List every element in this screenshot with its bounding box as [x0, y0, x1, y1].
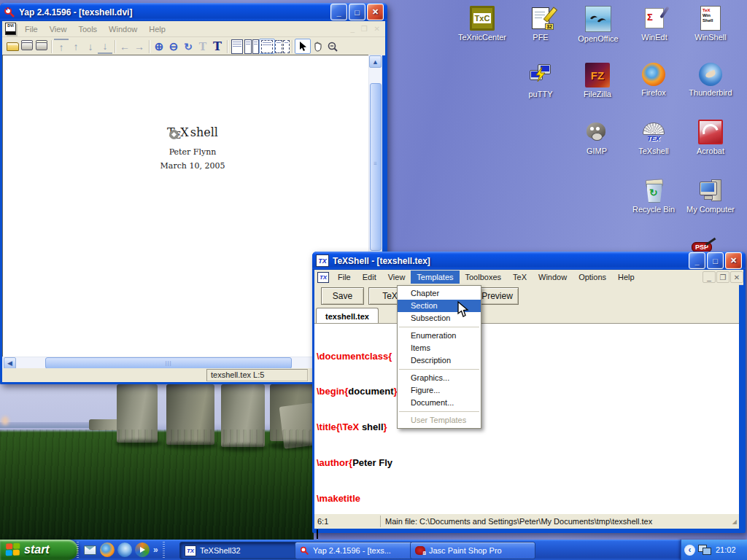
thunderbird-icon[interactable] [117, 542, 132, 557]
preview-button[interactable]: Preview [476, 287, 519, 305]
open-icon[interactable] [5, 39, 20, 53]
desktop-icon-texshell[interactable]: TEX TeXshell [626, 120, 681, 155]
mdi-close-button[interactable]: ✕ [730, 271, 743, 283]
refresh-icon[interactable]: ↻ [181, 39, 196, 53]
desktop-icon-openoffice[interactable]: OpenOffice [570, 6, 626, 43]
yap-menu-file[interactable]: File [19, 23, 44, 36]
desktop-icon-thunderbird[interactable]: Thunderbird [683, 63, 738, 97]
yap-maximize-button[interactable]: □ [349, 4, 365, 20]
menu-edit[interactable]: Edit [357, 271, 382, 284]
toolbar-grip[interactable] [163, 542, 165, 558]
clock[interactable]: 21:02 [716, 545, 736, 554]
toolbar-grip[interactable] [77, 542, 79, 558]
mdi-minimize-button[interactable]: _ [703, 271, 716, 283]
yap-menu-view[interactable]: View [44, 23, 73, 36]
desktop-icon-pfe[interactable]: 32 PFE [513, 6, 568, 42]
first-page-icon[interactable]: ↑ [54, 39, 69, 54]
menu-item-graphics[interactable]: Graphics... [398, 372, 481, 384]
menu-file[interactable]: File [332, 271, 357, 284]
menu-item-document[interactable]: Document... [398, 397, 481, 409]
next-page-icon[interactable]: ↓ [83, 39, 98, 53]
menu-item-items[interactable]: Items [398, 342, 481, 354]
back-icon[interactable]: ← [117, 39, 132, 53]
dvi-document-icon: DVI [5, 23, 16, 35]
taskbar-task-yap[interactable]: Yap 2.4.1596 - [texs... [295, 542, 416, 559]
desktop-icon-winedt[interactable]: Σ WinEdt [627, 6, 682, 42]
desktop-icon-psp-partial[interactable]: PSP [692, 239, 712, 252]
zoom-out-icon[interactable]: ⊖ [166, 39, 181, 53]
desktop-icon-firefox[interactable]: Firefox [626, 63, 681, 97]
forward-icon[interactable]: → [132, 39, 147, 53]
menu-tex[interactable]: TeX [507, 271, 533, 284]
yap-status-file: texshell.tex L:5 [206, 369, 308, 381]
menu-item-figure[interactable]: Figure... [398, 384, 481, 397]
menu-options[interactable]: Options [573, 271, 612, 284]
texshell-mdi-system-icon[interactable]: TX [317, 272, 329, 283]
desktop-icon-my-computer[interactable]: My Computer [683, 178, 738, 214]
hscroll-thumb[interactable]: ||| [45, 357, 292, 369]
desktop-icon-gimp[interactable]: GIMP [569, 120, 624, 155]
last-page-icon[interactable]: ↓ [98, 39, 112, 54]
yap-menu-tools[interactable]: Tools [72, 23, 103, 36]
single-page-view-icon[interactable] [230, 39, 244, 53]
texshell-titlebar[interactable]: TX TeXShell - [texshell.tex] _ □ ✕ [312, 252, 746, 270]
menu-help[interactable]: Help [612, 271, 640, 284]
menu-item-enumeration[interactable]: Enumeration [398, 330, 481, 342]
taskbar-task-paintshoppro[interactable]: 8 Jasc Paint Shop Pro [410, 542, 535, 559]
text-tool-icon[interactable]: T [210, 39, 225, 53]
acrobat-icon [698, 120, 723, 144]
firefox-icon[interactable] [100, 542, 115, 557]
media-player-icon[interactable] [135, 542, 150, 557]
texshell-minimize-button[interactable]: _ [689, 252, 705, 269]
yap-task-icon [300, 546, 309, 556]
network-status-icon[interactable] [698, 544, 711, 556]
save-button[interactable]: Save [321, 287, 364, 305]
desktop-icon-texniccenter[interactable]: TxC TeXnicCenter [454, 6, 510, 42]
vscroll-thumb[interactable]: ≡ [370, 83, 382, 251]
continuous-facing-view-icon[interactable] [275, 39, 290, 53]
desktop-icon-winshell[interactable]: TeXWinShell WinShell [683, 6, 738, 42]
menu-templates[interactable]: Templates [411, 271, 459, 284]
quick-launch-overflow-chevron[interactable]: » [153, 545, 158, 555]
desktop-icon-recycle-bin[interactable]: ↻ Recycle Bin [626, 178, 681, 214]
print-setup-icon[interactable] [34, 39, 49, 53]
desktop-icon-acrobat[interactable]: Acrobat [683, 120, 738, 155]
ruler-tool-icon[interactable]: T [196, 39, 210, 53]
editor-area[interactable]: \documentclass{ \begin{document} \title{… [314, 323, 739, 514]
desktop-icon-putty[interactable]: puTTY [513, 63, 568, 98]
texshell-close-button[interactable]: ✕ [725, 252, 742, 269]
select-tool-icon[interactable] [295, 39, 311, 54]
mdi-restore-button[interactable]: ❐ [716, 271, 729, 283]
menu-view[interactable]: View [382, 271, 411, 284]
hand-tool-icon[interactable] [311, 39, 325, 53]
magnifier-tool-icon[interactable] [325, 39, 340, 53]
menu-toolboxes[interactable]: Toolboxes [460, 271, 508, 284]
scroll-left-arrow[interactable]: ◀ [4, 357, 16, 369]
yap-toolbar: ↑ ↑ ↓ ↓ ← → ⊕ ⊖ ↻ T T [2, 37, 385, 55]
taskbar-task-texshell32[interactable]: TX TeXShell32 [179, 542, 301, 559]
yap-titlebar[interactable]: Yap 2.4.1596 - [texshell.dvi] _ □ ✕ [0, 3, 387, 21]
prev-page-icon[interactable]: ↑ [69, 39, 83, 53]
menu-item-chapter[interactable]: Chapter [398, 287, 481, 300]
putty-icon [528, 63, 553, 88]
resize-grip[interactable]: ◢ [732, 518, 738, 525]
menu-window[interactable]: Window [533, 271, 573, 284]
text-caret [317, 529, 318, 539]
outlook-express-icon[interactable] [82, 542, 97, 557]
menu-item-description[interactable]: Description [398, 354, 481, 367]
yap-menu-help[interactable]: Help [143, 23, 171, 36]
facing-pages-view-icon[interactable] [244, 39, 259, 53]
zoom-in-icon[interactable]: ⊕ [152, 39, 166, 53]
yap-menu-window[interactable]: Window [103, 23, 143, 36]
print-icon[interactable] [20, 39, 34, 53]
yap-close-button[interactable]: ✕ [367, 4, 384, 20]
yap-minimize-button[interactable]: _ [330, 4, 347, 20]
texshell-maximize-button[interactable]: □ [707, 252, 724, 269]
start-button[interactable]: start [0, 540, 78, 560]
tray-hide-icons-chevron[interactable]: ‹ [684, 545, 695, 556]
menu-item-user-templates[interactable]: User Templates [398, 414, 481, 427]
tab-texshell-tex[interactable]: texshell.tex [316, 308, 379, 324]
continuous-view-icon[interactable] [259, 39, 275, 54]
desktop-icon-filezilla[interactable]: FZ FileZilla [570, 63, 625, 98]
scroll-up-arrow[interactable]: ▲ [369, 55, 382, 68]
